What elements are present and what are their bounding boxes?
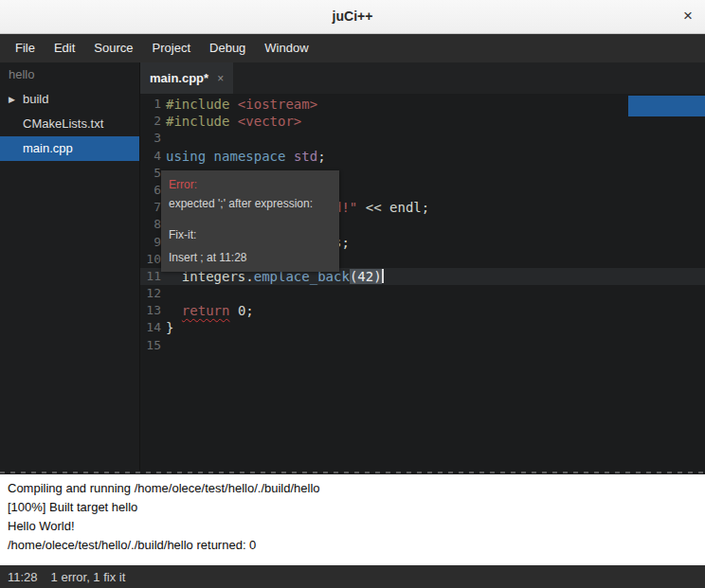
title-bar: juCi++ × — [0, 0, 705, 34]
menu-bar: FileEditSourceProjectDebugWindow — [0, 34, 705, 62]
window-title: juCi++ — [0, 0, 705, 33]
code-line-3[interactable]: 3 — [140, 130, 705, 147]
tab-label: main.cpp* — [150, 71, 208, 85]
pane-divider-dashes — [0, 472, 705, 473]
code-line-2[interactable]: 2#include <vector> — [140, 113, 705, 130]
tree-item-label: build — [23, 92, 48, 106]
code-text: using namespace std; — [166, 148, 705, 165]
status-bar: 11:28 1 error, 1 fix it — [0, 565, 705, 588]
code-text: return 0; — [166, 302, 705, 319]
tab-bar: main.cpp* × — [140, 62, 705, 94]
file-tree: ▶buildCMakeLists.txtmain.cpp — [0, 87, 139, 161]
scrollbar-thumb[interactable] — [628, 96, 705, 116]
tree-item-main-cpp[interactable]: main.cpp — [0, 136, 139, 161]
status-cursor-position: 11:28 — [8, 570, 38, 584]
menu-project[interactable]: Project — [143, 34, 200, 62]
sidebar: hello ▶buildCMakeLists.txtmain.cpp — [0, 62, 140, 471]
code-line-1[interactable]: 1#include <iostream> — [140, 96, 705, 113]
menu-edit[interactable]: Edit — [45, 34, 84, 62]
terminal-output: Compiling and running /home/olece/test/h… — [8, 479, 697, 555]
code-line-13[interactable]: 13 return 0; — [140, 302, 705, 319]
terminal-line: Compiling and running /home/olece/test/h… — [8, 479, 697, 498]
code-line-14[interactable]: 14} — [140, 319, 705, 336]
code-line-15[interactable]: 15 — [140, 337, 705, 354]
tree-item-build[interactable]: ▶build — [0, 87, 139, 112]
code-text: } — [166, 319, 705, 336]
status-diagnostics: 1 error, 1 fix it — [51, 570, 126, 584]
code-line-4[interactable]: 4using namespace std; — [140, 148, 705, 165]
code-text: #include <iostream> — [166, 96, 705, 113]
line-number: 3 — [140, 130, 166, 147]
diagnostic-tooltip: Error: expected ';' after expression: Fi… — [161, 170, 339, 272]
tooltip-fixit-text: Insert ; at 11:28 — [169, 250, 332, 265]
app-window: juCi++ × FileEditSourceProjectDebugWindo… — [0, 0, 705, 588]
tree-item-label: main.cpp — [23, 141, 73, 155]
terminal-line: /home/olece/test/hello/./build/hello ret… — [8, 536, 697, 555]
terminal-line: [100%] Built target hello — [8, 498, 697, 517]
menu-debug[interactable]: Debug — [200, 34, 255, 62]
text-cursor — [382, 269, 384, 283]
tree-item-cmakelists-txt[interactable]: CMakeLists.txt — [0, 112, 139, 136]
line-number: 15 — [140, 337, 166, 354]
window-close-icon[interactable]: × — [683, 0, 693, 33]
line-number: 4 — [140, 148, 166, 165]
line-number: 2 — [140, 113, 166, 130]
tab-close-icon[interactable]: × — [217, 72, 224, 85]
line-number: 13 — [140, 302, 166, 319]
menu-window[interactable]: Window — [255, 34, 317, 62]
editor[interactable]: 1#include <iostream>2#include <vector>34… — [140, 94, 705, 471]
tooltip-error-text: expected ';' after expression: — [169, 196, 332, 211]
tab-main-cpp[interactable]: main.cpp* × — [140, 62, 233, 94]
line-number: 1 — [140, 96, 166, 113]
terminal-panel[interactable]: Compiling and running /home/olece/test/h… — [0, 474, 705, 565]
terminal-line: Hello World! — [8, 517, 697, 536]
menu-source[interactable]: Source — [84, 34, 142, 62]
tooltip-fixit-label: Fix-it: — [169, 227, 332, 242]
menu-file[interactable]: File — [6, 34, 45, 62]
code-text — [166, 130, 705, 147]
line-number: 12 — [140, 285, 166, 302]
project-root-label[interactable]: hello — [0, 62, 139, 87]
tree-item-label: CMakeLists.txt — [23, 116, 103, 131]
expander-icon[interactable]: ▶ — [9, 87, 15, 112]
line-number: 14 — [140, 319, 166, 336]
tooltip-error-label: Error: — [169, 177, 332, 192]
code-text — [166, 285, 705, 302]
code-text — [166, 337, 705, 354]
code-text: #include <vector> — [166, 113, 705, 130]
code-line-12[interactable]: 12 — [140, 285, 705, 302]
